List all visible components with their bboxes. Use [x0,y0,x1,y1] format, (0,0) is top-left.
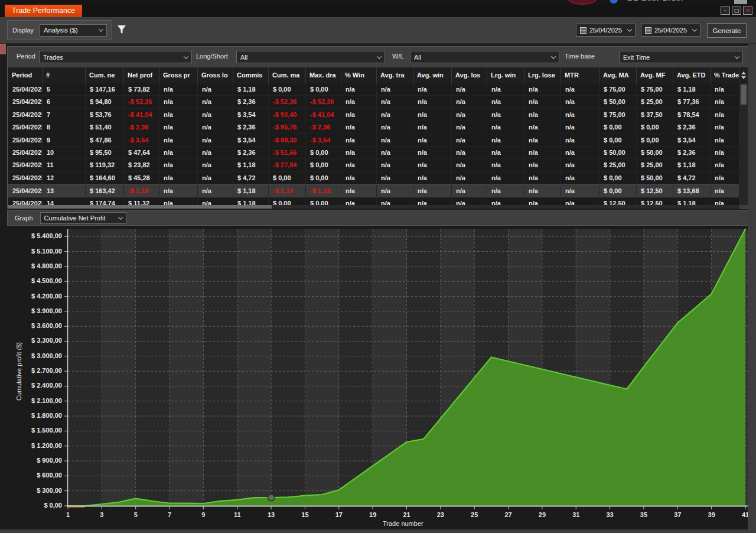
x-axis-title: Trade number [383,520,423,527]
chevron-down-icon [99,27,103,31]
timebase-filter-dropdown[interactable]: Exit Time [619,51,743,63]
table-cell: $ 1,18 [673,159,711,171]
table-cell: n/a [341,134,377,146]
wl-filter-dropdown[interactable]: All [410,51,559,63]
window-title-tab[interactable]: Trade Performance [5,5,82,17]
table-cell: n/a [452,83,487,95]
trade-performance-window: BO Best Order Trade Performance – ▢ ✕ Di… [0,0,756,533]
column-header[interactable]: Lrg. lose [524,67,561,83]
chevron-down-icon [692,27,697,31]
column-header[interactable]: # [43,67,86,83]
column-header[interactable]: Net prof [124,67,159,83]
background-window-strip: BO Best Order [0,0,756,5]
close-button[interactable]: ✕ [743,6,752,15]
scroll-down-icon[interactable] [741,76,746,79]
maximize-button[interactable]: ▢ [732,6,741,15]
table-cell: -$ 27,84 [269,159,306,171]
table-cell: $ 2,36 [233,147,269,158]
column-header[interactable]: Gross pr [159,67,198,83]
table-cell: n/a [413,83,452,95]
table-cell: n/a [452,172,487,184]
table-cell: 25/04/2025 [8,134,43,146]
filter-icon[interactable] [117,25,126,35]
table-cell: -$ 3,54 [124,134,159,146]
table-row[interactable]: 25/04/20258$ 51,40-$ 2,36n/an/a$ 2,36-$ … [8,121,739,134]
scroll-up-icon[interactable] [741,72,746,74]
table-vertical-scrollbar[interactable] [739,83,748,205]
chart-canvas[interactable] [0,226,756,529]
longshort-filter-dropdown[interactable]: All [236,51,385,63]
column-header[interactable]: Cum. ma [269,67,306,83]
table-cell: $ 50,00 [599,96,637,108]
table-cell: $ 78,54 [673,109,711,121]
column-header[interactable]: MTR [561,67,599,83]
toolbar: Display Analysis ($) 25/04/2025 [0,17,756,44]
table-cell: 25/04/2025 [8,197,43,205]
table-cell: $ 50,00 [599,147,637,158]
table-cell: n/a [487,134,524,146]
table-row[interactable]: 25/04/20259$ 47,86-$ 3,54n/an/a$ 3,54-$ … [8,134,739,147]
date-from-dropdown[interactable]: 25/04/2025 [576,24,636,37]
chevron-down-icon [184,54,188,58]
column-header[interactable]: % Win [341,67,377,83]
table-cell: 14 [43,197,86,205]
table-cell: $ 0,00 [637,134,673,146]
table-horizontal-scrollbar-thumb[interactable] [8,205,272,209]
table-cell: n/a [561,121,599,133]
display-group: Display Analysis ($) [7,20,112,40]
table-cell: $ 75,00 [599,109,637,121]
display-dropdown[interactable]: Analysis ($) [40,24,107,37]
table-cell: 25/04/2025 [8,96,43,108]
table-cell: n/a [413,121,452,133]
column-header[interactable]: Lrg. win [487,67,524,83]
table-row[interactable]: 25/04/20255$ 147,16$ 73,82n/an/a$ 1,18$ … [8,83,739,96]
calendar-icon [645,27,651,34]
table-body: 25/04/20255$ 147,16$ 73,82n/an/a$ 1,18$ … [8,83,739,205]
period-filter-dropdown[interactable]: Trades [39,51,192,63]
table-row[interactable]: 25/04/202511$ 119,32$ 23,82n/an/a$ 1,18-… [8,159,739,171]
y-axis-tick-label: $ 1.800,00 [8,412,62,419]
table-cell: 10 [43,147,86,158]
table-cell: n/a [413,109,452,121]
table-cell: n/a [377,96,413,108]
table-horizontal-scrollbar[interactable] [8,205,739,209]
column-header[interactable]: Period [8,67,43,83]
column-header[interactable]: Commis [233,67,269,83]
column-header[interactable]: Avg. win [413,67,452,83]
table-row[interactable]: 25/04/20256$ 94,80-$ 52,36n/an/a$ 2,36-$… [8,96,739,108]
column-header[interactable]: Avg. los [452,67,487,83]
table-row[interactable]: 25/04/202512$ 164,60$ 45,28n/an/a$ 4,72$… [8,172,739,184]
table-row[interactable]: 25/04/202510$ 95,50$ 47,64n/an/a$ 2,36-$… [8,147,739,159]
wl-filter-label: W/L [392,53,404,60]
selected-trade-marker[interactable] [268,495,275,501]
column-header[interactable]: Avg. MA [599,67,637,83]
x-axis-tick-label: 17 [329,511,349,518]
column-header[interactable]: Avg. tra [377,67,413,83]
table-cell: n/a [341,147,377,158]
table-vertical-scrollbar-thumb[interactable] [741,84,747,105]
table-cell: -$ 1,18 [269,185,306,196]
column-header[interactable]: Avg. ETD [673,67,711,83]
table-cell: n/a [341,121,377,133]
graph-dropdown[interactable]: Cumulative Net Profit [40,212,126,224]
x-axis-tick-label: 25 [464,511,484,518]
plot-band [102,229,135,506]
column-header[interactable]: Gross lo [198,67,233,83]
column-header[interactable]: Cum. ne [86,67,124,83]
generate-button[interactable]: Generate [707,23,747,38]
table-cell: n/a [198,147,233,158]
minimize-button[interactable]: – [721,6,730,15]
column-header[interactable]: Avg. MF [637,67,673,83]
column-header[interactable]: Max. dra [306,67,341,83]
table-row[interactable]: 25/04/20257$ 53,76-$ 41,04n/an/a$ 3,54-$… [8,109,739,121]
y-axis-tick-label: $ 300,00 [8,487,62,494]
table-row[interactable]: 25/04/202514$ 174,74$ 11,32n/an/a$ 1,18$… [8,197,739,205]
longshort-filter-value: All [240,54,247,61]
column-header[interactable]: % Trade [711,67,739,83]
window-right-edge [748,44,756,533]
x-axis-tick-label: 15 [295,511,315,518]
table-cell: n/a [561,197,599,205]
date-to-dropdown[interactable]: 25/04/2025 [641,24,700,37]
table-row[interactable]: 25/04/202513$ 163,42-$ 1,18n/an/a$ 1,18-… [8,184,739,197]
x-axis-tick-label: 21 [397,511,417,518]
